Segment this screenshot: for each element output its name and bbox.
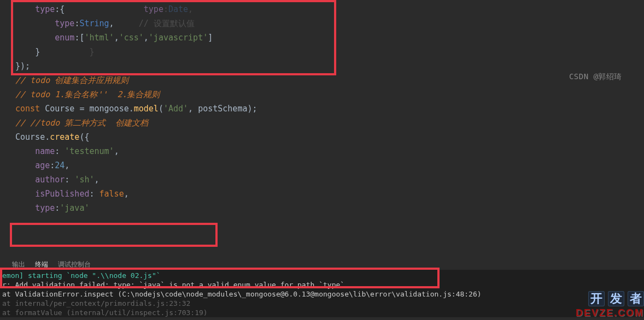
code-line: type:{ type:Date, [15, 2, 644, 16]
code-line: type:String, // 设置默认值 [15, 16, 644, 31]
site-logo: 开 发 者 DEVZE.COM [576, 291, 644, 319]
terminal-output[interactable]: emon] starting `node ".\\node 02.js"` r:… [0, 270, 644, 317]
code-line: name: 'testenum', [15, 144, 644, 158]
code-line: age:24, [15, 158, 644, 173]
code-line: type:'java' [15, 201, 644, 215]
code-line: }); [15, 59, 644, 73]
code-line: } } [15, 45, 644, 59]
code-line: enum:['html','css','javascript'] [15, 31, 644, 45]
code-comment: // todo 1.集合名称'' 2.集合规则 [15, 87, 644, 102]
terminal-line: at formatValue (internal/util/inspect.js… [2, 308, 642, 317]
code-comment: // todo 创建集合并应用规则 [15, 73, 644, 87]
terminal-line: at internal/per_context/primordials.js:2… [2, 299, 642, 308]
watermark: CSDN @郭绍琦 [569, 72, 622, 82]
logo-url: DEVZE.COM [576, 307, 644, 319]
code-line: author: 'sh', [15, 173, 644, 187]
code-line: isPublished: false, [15, 187, 644, 201]
code-editor[interactable]: type:{ type:Date, type:String, // 设置默认值 … [0, 0, 644, 215]
terminal-line: emon] starting `node ".\\node 02.js"` [2, 271, 642, 280]
highlight-box-type-value [10, 223, 218, 247]
logo-char: 发 [608, 291, 624, 306]
code-comment: // //todo 第二种方式 创建文档 [15, 116, 644, 130]
code-line: Course.create({ [15, 130, 644, 144]
terminal-line-error: r: Add validation failed: type: `java` i… [2, 280, 642, 289]
code-line: const Course = mongoose.model('Add', pos… [15, 102, 644, 116]
logo-char: 者 [628, 291, 644, 306]
terminal-line: at ValidationError.inspect (C:\nodejs\co… [2, 289, 642, 299]
logo-char: 开 [588, 291, 605, 306]
